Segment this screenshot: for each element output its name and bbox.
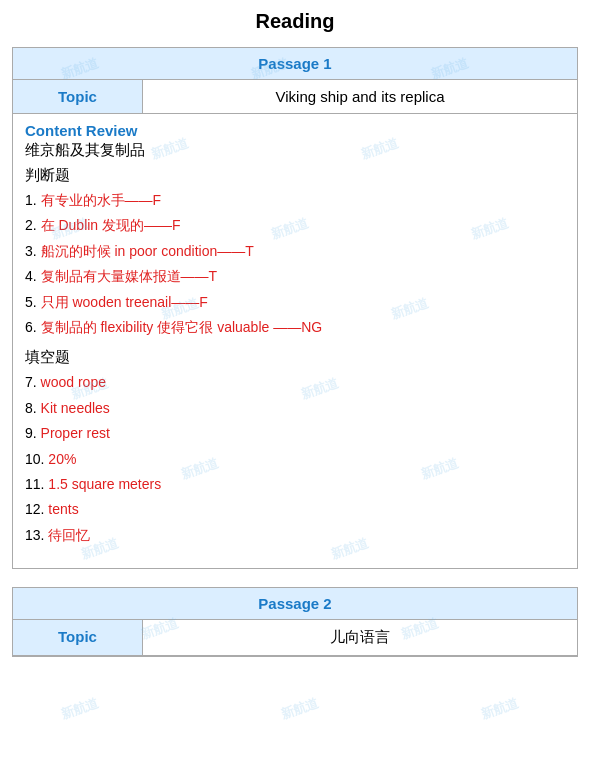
content-review-title: Content Review bbox=[25, 122, 565, 139]
passage1-topic-label: Topic bbox=[13, 80, 143, 113]
passage1-topic-value: Viking ship and its replica bbox=[143, 80, 577, 113]
item-num: 7. bbox=[25, 374, 41, 390]
passage1-header: Passage 1 bbox=[13, 48, 577, 80]
list-item: 5. 只用 wooden treenail——F bbox=[25, 291, 565, 313]
item-num: 4. bbox=[25, 268, 37, 284]
item-answer: wood rope bbox=[41, 374, 106, 390]
chinese-subtitle: 维京船及其复制品 bbox=[25, 141, 565, 160]
passage1-container: Passage 1 Topic Viking ship and its repl… bbox=[12, 47, 578, 569]
list-item: 7. wood rope bbox=[25, 371, 565, 393]
list-item: 6. 复制品的 flexibility 使得它很 valuable ——NG bbox=[25, 316, 565, 338]
passage1-content: Content Review 维京船及其复制品 判断题 1. 有专业的水手——F… bbox=[13, 114, 577, 568]
item-answer: 有专业的水手——F bbox=[41, 192, 162, 208]
list-item: 10. 20% bbox=[25, 448, 565, 470]
item-num: 8. bbox=[25, 400, 41, 416]
item-answer: 船沉的时候 in poor condition——T bbox=[41, 243, 254, 259]
item-num: 11. bbox=[25, 476, 48, 492]
item-answer: Kit needles bbox=[41, 400, 110, 416]
fill-blank-label: 填空题 bbox=[25, 348, 565, 367]
item-answer: 待回忆 bbox=[48, 527, 90, 543]
item-answer: tents bbox=[48, 501, 78, 517]
list-item: 13. 待回忆 bbox=[25, 524, 565, 546]
true-false-list: 1. 有专业的水手——F 2. 在 Dublin 发现的——F 3. 船沉的时候… bbox=[25, 189, 565, 338]
item-num: 9. bbox=[25, 425, 41, 441]
item-num: 2. bbox=[25, 217, 37, 233]
passage2-topic-value: 儿向语言 bbox=[143, 620, 577, 655]
item-num: 10. bbox=[25, 451, 48, 467]
list-item: 9. Proper rest bbox=[25, 422, 565, 444]
item-num: 1. bbox=[25, 192, 37, 208]
passage1-topic-row: Topic Viking ship and its replica bbox=[13, 80, 577, 114]
item-answer: Proper rest bbox=[41, 425, 110, 441]
item-num: 12. bbox=[25, 501, 48, 517]
list-item: 1. 有专业的水手——F bbox=[25, 189, 565, 211]
passage2-topic-row: Topic 儿向语言 bbox=[13, 620, 577, 656]
item-num: 13. bbox=[25, 527, 48, 543]
item-answer: 20% bbox=[48, 451, 76, 467]
page-title: Reading bbox=[12, 10, 578, 33]
passage2-topic-label: Topic bbox=[13, 620, 143, 655]
item-answer: 复制品的 flexibility 使得它很 valuable ——NG bbox=[41, 319, 323, 335]
item-answer: 1.5 square meters bbox=[48, 476, 161, 492]
item-answer: 在 Dublin 发现的——F bbox=[41, 217, 181, 233]
item-num: 5. bbox=[25, 294, 37, 310]
list-item: 2. 在 Dublin 发现的——F bbox=[25, 214, 565, 236]
list-item: 11. 1.5 square meters bbox=[25, 473, 565, 495]
list-item: 3. 船沉的时候 in poor condition——T bbox=[25, 240, 565, 262]
list-item: 4. 复制品有大量媒体报道——T bbox=[25, 265, 565, 287]
true-false-label: 判断题 bbox=[25, 166, 565, 185]
fill-blank-section: 填空题 7. wood rope 8. Kit needles 9. Prope… bbox=[25, 348, 565, 546]
list-item: 12. tents bbox=[25, 498, 565, 520]
item-answer: 只用 wooden treenail——F bbox=[41, 294, 208, 310]
item-num: 3. bbox=[25, 243, 37, 259]
passage2-container: Passage 2 Topic 儿向语言 bbox=[12, 587, 578, 657]
item-answer: 复制品有大量媒体报道——T bbox=[41, 268, 218, 284]
item-num: 6. bbox=[25, 319, 37, 335]
passage2-header: Passage 2 bbox=[13, 588, 577, 620]
list-item: 8. Kit needles bbox=[25, 397, 565, 419]
fill-blank-list: 7. wood rope 8. Kit needles 9. Proper re… bbox=[25, 371, 565, 546]
